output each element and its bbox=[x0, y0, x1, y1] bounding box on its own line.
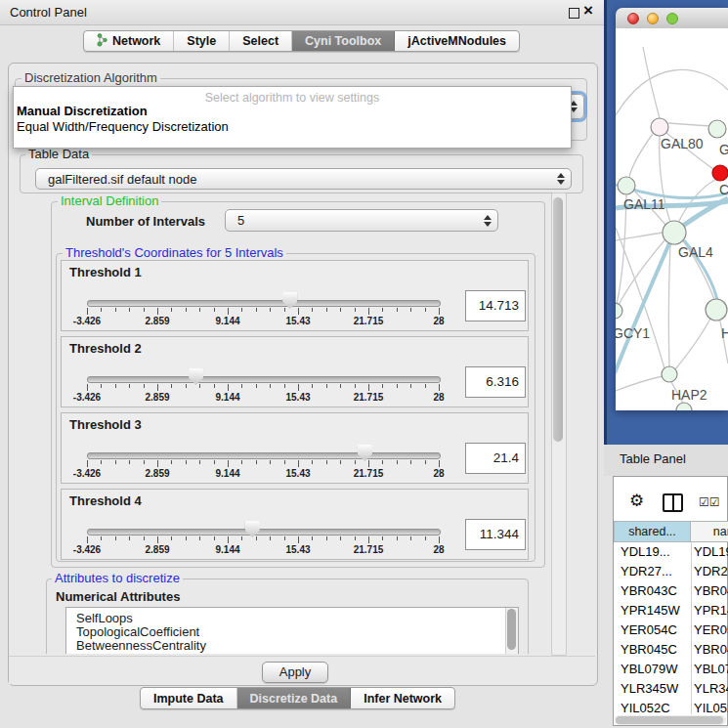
tab-jactivemnodules[interactable]: jActiveMNodules bbox=[395, 31, 519, 51]
cell-name: YBL079W bbox=[694, 660, 728, 679]
table-panel-title: Table Panel bbox=[620, 451, 686, 466]
tick-mark bbox=[144, 536, 145, 540]
table-data-combo[interactable]: galFiltered.sif default node bbox=[35, 168, 572, 190]
table-row[interactable]: YDR27...YDR27... bbox=[614, 562, 728, 581]
zoom-traffic-light[interactable] bbox=[666, 13, 678, 24]
gear-icon[interactable]: ⚙ bbox=[629, 492, 644, 509]
threshold-value-field[interactable]: 11.344 bbox=[465, 519, 526, 550]
tick-mark bbox=[199, 308, 200, 312]
node-HAP2[interactable] bbox=[662, 366, 677, 382]
threshold-label: Threshold 4 bbox=[69, 493, 142, 508]
float-window-icon[interactable] bbox=[569, 8, 579, 19]
node-GCY1[interactable] bbox=[616, 303, 622, 319]
tick-mark bbox=[228, 536, 229, 543]
table-row[interactable]: YDL19...YDL19... bbox=[614, 542, 728, 562]
tab-label: jActiveMNodules bbox=[407, 34, 506, 48]
threshold-slider-track[interactable] bbox=[87, 300, 441, 307]
apply-button[interactable]: Apply bbox=[262, 662, 328, 683]
threshold-label: Threshold 2 bbox=[69, 341, 142, 356]
column-header-name[interactable]: name bbox=[690, 521, 728, 542]
threshold-value-field[interactable]: 14.713 bbox=[465, 290, 526, 321]
attribute-item[interactable]: SelfLoops bbox=[66, 612, 518, 625]
node-GAL80[interactable] bbox=[651, 118, 668, 136]
node-GAL11[interactable] bbox=[618, 177, 635, 194]
panel-title: Control Panel bbox=[10, 5, 87, 20]
network-edges-thick bbox=[616, 185, 728, 373]
tick-mark bbox=[368, 308, 369, 315]
tab-infer-network[interactable]: Infer Network bbox=[351, 688, 454, 708]
threshold-slider-track[interactable] bbox=[87, 376, 441, 383]
table-row[interactable]: YBR045CYBR045C bbox=[614, 640, 728, 660]
tab-label: Infer Network bbox=[364, 692, 442, 706]
network-canvas[interactable]: GAL80GACGAL11GAL4GCY1HHAP2 bbox=[616, 28, 728, 410]
attributes-list[interactable]: SelfLoopsTopologicalCoefficientBetweenne… bbox=[65, 607, 519, 654]
tick-mark bbox=[157, 536, 158, 543]
threshold-slider-track[interactable] bbox=[87, 529, 441, 535]
minimize-traffic-light[interactable] bbox=[647, 13, 659, 24]
table-row[interactable]: YIL052CYIL052C bbox=[614, 699, 728, 714]
popup-item-equal-width-frequency-discretization[interactable]: Equal Width/Frequency Discretization bbox=[16, 119, 564, 134]
popup-item-manual-discretization[interactable]: Manual Discretization bbox=[16, 104, 564, 118]
node-red-node[interactable] bbox=[712, 165, 728, 181]
table-row[interactable]: YBR043CYBR043C bbox=[614, 581, 728, 601]
network-icon bbox=[97, 33, 107, 50]
attribute-item[interactable]: TopologicalCoefficient bbox=[66, 625, 518, 639]
tab-discretize-data[interactable]: Discretize Data bbox=[237, 688, 352, 708]
attributes-list-scrollbar[interactable] bbox=[505, 608, 518, 654]
cell-name: YBR045C bbox=[694, 640, 728, 660]
settings-scrollbar[interactable] bbox=[551, 193, 567, 656]
tick-mark bbox=[355, 536, 356, 540]
close-icon[interactable]: × bbox=[583, 1, 593, 21]
number-of-intervals-combo[interactable]: 5 bbox=[225, 209, 498, 232]
attributes-scrollbar-thumb[interactable] bbox=[507, 609, 516, 650]
table-row[interactable]: YER054CYER054C bbox=[614, 621, 728, 640]
tick-row bbox=[62, 308, 528, 316]
tab-label: Select bbox=[242, 34, 278, 48]
node-edge-node-top[interactable] bbox=[708, 120, 726, 138]
tick-mark bbox=[186, 308, 187, 312]
table-row[interactable]: YLR345WYLR345W bbox=[614, 679, 728, 699]
select-columns-icons[interactable]: ☑☑ bbox=[699, 495, 720, 509]
node-H-node[interactable] bbox=[706, 299, 727, 321]
split-columns-icon[interactable] bbox=[663, 493, 683, 512]
tick-mark bbox=[410, 536, 411, 540]
tick-mark bbox=[397, 460, 398, 464]
tick-mark bbox=[228, 308, 229, 315]
threshold-slider-track[interactable] bbox=[87, 452, 441, 459]
threshold-value-field[interactable]: 6.316 bbox=[465, 366, 526, 398]
tick-label-row: -3.4262.8599.14415.4321.71528 bbox=[62, 316, 528, 327]
tab-label: Style bbox=[187, 34, 216, 48]
tick-row bbox=[62, 384, 528, 392]
table-row[interactable]: YPR145WYPR145W bbox=[614, 601, 728, 621]
table-row[interactable]: YBL079WYBL079W bbox=[614, 660, 728, 679]
tick-mark bbox=[284, 384, 285, 388]
table-panel-body: ⚙ ☑☑ shared... name YDL19...YDL19...YDR2… bbox=[613, 476, 728, 726]
tab-impute-data[interactable]: Impute Data bbox=[141, 688, 237, 708]
tick-label: 2.859 bbox=[145, 392, 169, 403]
table-hscrollbar-thumb[interactable] bbox=[616, 716, 723, 724]
tick-mark bbox=[270, 308, 271, 312]
table-hscrollbar[interactable] bbox=[615, 715, 726, 725]
settings-scrollbar-thumb[interactable] bbox=[553, 197, 563, 442]
cell-shared-name: YDL19... bbox=[621, 542, 689, 562]
tick-mark bbox=[439, 308, 440, 315]
tab-style[interactable]: Style bbox=[174, 31, 230, 51]
tick-label: 9.144 bbox=[215, 544, 239, 555]
threshold-label: Threshold 3 bbox=[69, 417, 142, 432]
tick-mark bbox=[397, 536, 398, 540]
tab-select[interactable]: Select bbox=[230, 31, 292, 51]
close-traffic-light[interactable] bbox=[627, 13, 639, 24]
tick-mark bbox=[186, 536, 187, 540]
column-header-shared[interactable]: shared... bbox=[614, 521, 691, 542]
tab-cyni-toolbox[interactable]: Cyni Toolbox bbox=[292, 31, 395, 51]
tick-mark bbox=[256, 384, 257, 388]
node-bottom-node[interactable] bbox=[676, 403, 692, 410]
apply-row: Apply bbox=[9, 656, 595, 684]
threshold-value-field[interactable]: 21.4 bbox=[465, 443, 526, 474]
node-GAL4[interactable] bbox=[663, 221, 686, 244]
number-of-intervals-label: Number of Intervals bbox=[86, 214, 205, 229]
table-rows-viewport: YDL19...YDL19...YDR27...YDR27...YBR043CY… bbox=[614, 542, 728, 714]
tab-network[interactable]: Network bbox=[84, 31, 174, 51]
attribute-item[interactable]: BetweennessCentrality bbox=[66, 639, 518, 653]
tick-label-row: -3.4262.8599.14415.4321.71528 bbox=[62, 544, 528, 556]
